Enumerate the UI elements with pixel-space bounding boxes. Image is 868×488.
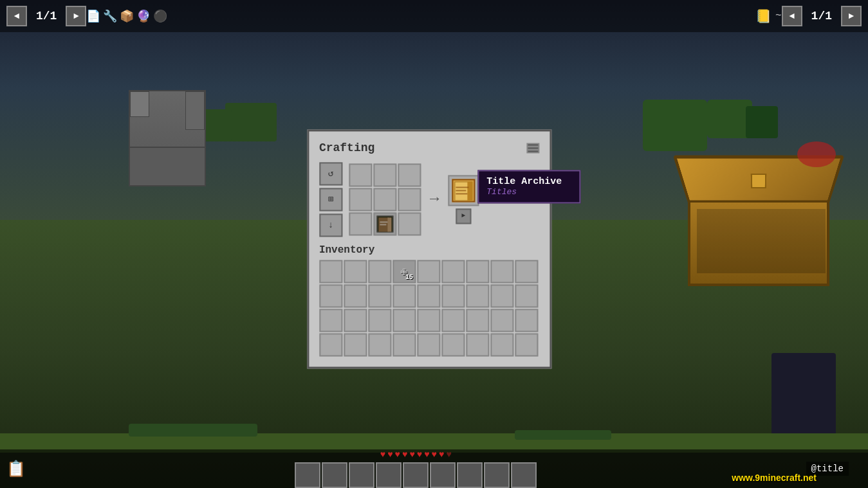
hud-left-section: ◄ 1/1 ► xyxy=(6,6,86,26)
bottom-hotbar-5[interactable] xyxy=(430,462,456,488)
inventory-label: Inventory xyxy=(319,244,539,256)
heart-3: ♥ xyxy=(395,449,400,460)
inv-slot-13[interactable] xyxy=(417,284,440,307)
bottom-hotbar-3[interactable] xyxy=(376,462,402,488)
book-item-label: ~ xyxy=(775,10,782,22)
right-next-btn[interactable]: ► xyxy=(841,6,862,26)
crafting-area: ↺ ⊞ ↓ xyxy=(319,162,539,237)
hud-right-section: 📒 ~ xyxy=(755,8,782,24)
left-counter: 1/1 xyxy=(31,10,62,23)
craft-slot-1-1[interactable] xyxy=(373,188,396,211)
bg-foliage-3 xyxy=(643,100,707,151)
refresh-btn[interactable]: ↺ xyxy=(319,162,342,185)
craft-grid xyxy=(349,163,421,235)
inv-slot-0[interactable] xyxy=(319,260,342,283)
inv-slot-1[interactable] xyxy=(344,260,367,283)
heart-7: ♥ xyxy=(424,449,429,460)
health-bar: ♥ ♥ ♥ ♥ ♥ ♥ ♥ ♥ ♥ ♥ xyxy=(380,449,452,460)
bottom-hotbar-0[interactable] xyxy=(295,462,320,488)
heart-8: ♥ xyxy=(432,449,437,460)
craft-slot-2-1[interactable] xyxy=(373,212,396,235)
bottom-hotbar-7[interactable] xyxy=(484,462,510,488)
right-prev-btn[interactable]: ◄ xyxy=(782,6,802,26)
item-dark-icon: ⚫ xyxy=(153,9,167,23)
inv-slot-25[interactable] xyxy=(490,309,513,332)
hud-hotbar-area: ♥ ♥ ♥ ♥ ♥ ♥ ♥ ♥ ♥ ♥ xyxy=(295,449,537,488)
result-slot[interactable]: Title Archive Titles xyxy=(448,175,479,206)
bg-foliage-5 xyxy=(746,106,778,138)
craft-slot-0-1[interactable] xyxy=(373,163,396,186)
craft-slot-1-2[interactable] xyxy=(398,188,421,211)
grass-patch-2 xyxy=(515,430,611,440)
inv-slot-4[interactable] xyxy=(417,260,440,283)
item-rod-icon: 🔧 xyxy=(103,9,117,23)
inv-slot-23[interactable] xyxy=(441,309,465,332)
inv-slot-16[interactable] xyxy=(490,284,513,307)
bg-foliage xyxy=(225,103,277,141)
inv-slot-15[interactable] xyxy=(466,284,489,307)
craft-controls: ↺ ⊞ ↓ xyxy=(319,162,342,237)
inv-slot-10[interactable] xyxy=(344,284,367,307)
inv-slot-20[interactable] xyxy=(368,309,391,332)
heart-6: ♥ xyxy=(417,449,422,460)
hud-left-icon[interactable]: 📋 xyxy=(6,460,26,478)
inv-slot-3[interactable]: ✙ 15 xyxy=(392,260,416,283)
hotbar-slot-0[interactable] xyxy=(319,333,342,356)
slot-count-3: 15 xyxy=(405,274,413,281)
craft-slot-1-0[interactable] xyxy=(349,188,372,211)
book-item-icon: 📒 xyxy=(755,8,771,24)
hud-top: ◄ 1/1 ► 📄 🔧 📦 🔮 ⚫ 📒 ~ ◄ 1/1 ► xyxy=(0,0,868,32)
crafting-menu-icon[interactable] xyxy=(526,143,539,153)
heart-9: ♥ xyxy=(439,449,444,460)
left-prev-btn[interactable]: ◄ xyxy=(6,6,27,26)
craft-slot-2-0[interactable] xyxy=(349,212,372,235)
inv-slot-6[interactable] xyxy=(466,260,489,283)
item-orb-icon: 🔮 xyxy=(136,9,151,23)
inv-slot-5[interactable] xyxy=(441,260,465,283)
heart-4: ♥ xyxy=(402,449,407,460)
inv-slot-14[interactable] xyxy=(441,284,465,307)
bottom-hotbar-1[interactable] xyxy=(322,462,347,488)
heart-10: ♥ xyxy=(446,449,451,460)
bottom-hotbar-6[interactable] xyxy=(457,462,483,488)
inv-slot-19[interactable] xyxy=(344,309,367,332)
hotbar-slot-5[interactable] xyxy=(441,333,465,356)
item-page-icon: 📄 xyxy=(86,9,100,23)
craft-slot-2-2[interactable] xyxy=(398,212,421,235)
inv-slot-9[interactable] xyxy=(319,284,342,307)
hotbar-slot-1[interactable] xyxy=(344,333,367,356)
craft-slot-0-0[interactable] xyxy=(349,163,372,186)
inv-slot-8[interactable] xyxy=(515,260,538,283)
left-next-btn[interactable]: ► xyxy=(66,6,86,26)
grid-btn[interactable]: ⊞ xyxy=(319,188,342,211)
inv-slot-7[interactable] xyxy=(490,260,513,283)
bottom-hotbar-8[interactable] xyxy=(511,462,537,488)
inv-slot-24[interactable] xyxy=(466,309,489,332)
inv-slot-26[interactable] xyxy=(515,309,538,332)
hotbar-slot-8[interactable] xyxy=(515,333,538,356)
crafting-modal: Crafting ↺ ⊞ ↓ xyxy=(307,129,551,368)
inv-slot-2[interactable] xyxy=(368,260,391,283)
hotbar-slot-4[interactable] xyxy=(417,333,440,356)
small-arrow-btn[interactable]: ► xyxy=(456,208,471,224)
item-cube-icon: 📦 xyxy=(120,9,134,23)
craft-slot-0-2[interactable] xyxy=(398,163,421,186)
hotbar-slot-7[interactable] xyxy=(490,333,513,356)
bottom-hotbar-2[interactable] xyxy=(349,462,374,488)
inv-slot-12[interactable] xyxy=(392,284,416,307)
inv-slot-11[interactable] xyxy=(368,284,391,307)
hotbar-slot-3[interactable] xyxy=(392,333,416,356)
down-btn[interactable]: ↓ xyxy=(319,213,342,237)
hud-bottom: 📋 ♥ ♥ ♥ ♥ ♥ ♥ ♥ ♥ ♥ ♥ xyxy=(0,449,868,488)
inv-slot-17[interactable] xyxy=(515,284,538,307)
right-counter: 1/1 xyxy=(806,10,837,23)
inv-slot-21[interactable] xyxy=(392,309,416,332)
grass-patch-1 xyxy=(129,424,257,437)
bottom-hotbar-4[interactable] xyxy=(403,462,429,488)
heart-2: ♥ xyxy=(387,449,392,460)
inv-slot-22[interactable] xyxy=(417,309,440,332)
hotbar-slot-2[interactable] xyxy=(368,333,391,356)
hotbar-slot-6[interactable] xyxy=(466,333,489,356)
inv-slot-18[interactable] xyxy=(319,309,342,332)
inventory-grid-row1: ✙ 15 xyxy=(319,260,539,283)
